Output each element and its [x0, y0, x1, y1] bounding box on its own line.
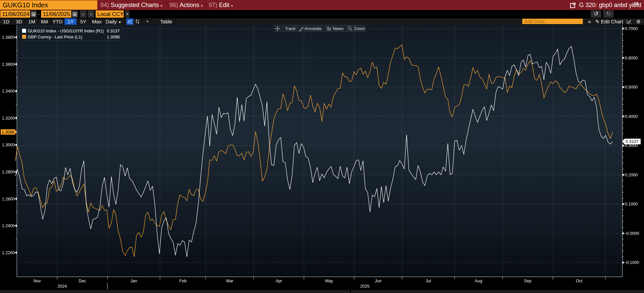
- svg-text:2025: 2025: [360, 284, 369, 289]
- svg-text:Nov: Nov: [33, 279, 41, 283]
- svg-text:1.2200: 1.2200: [2, 251, 15, 255]
- svg-text:1.2800: 1.2800: [2, 170, 15, 174]
- svg-text:0.7000: 0.7000: [625, 26, 638, 31]
- svg-text:Apr: Apr: [276, 279, 282, 283]
- svg-text:0.3137: 0.3137: [107, 29, 120, 33]
- svg-text:1.3600: 1.3600: [2, 62, 15, 67]
- svg-text:GBP Curncy - Last Price (L1): GBP Curncy - Last Price (L1): [28, 35, 82, 39]
- svg-text:1.3096: 1.3096: [107, 35, 120, 39]
- svg-text:0.1000: 0.1000: [625, 202, 638, 206]
- svg-text:0.4000: 0.4000: [625, 114, 638, 119]
- svg-text:Sep: Sep: [524, 279, 531, 283]
- svg-text:1.3800: 1.3800: [2, 35, 15, 40]
- svg-text:May: May: [325, 279, 333, 283]
- svg-text:GUKG10 Index - USGG10YR Index: GUKG10 Index - USGG10YR Index (R1): [28, 29, 104, 33]
- svg-text:0.3137: 0.3137: [626, 139, 638, 144]
- svg-text:Jan: Jan: [130, 279, 137, 283]
- svg-text:0.2000: 0.2000: [625, 173, 638, 177]
- svg-text:Aug: Aug: [475, 279, 482, 283]
- svg-text:Oct: Oct: [576, 279, 582, 283]
- svg-text:1.2600: 1.2600: [2, 197, 15, 201]
- svg-text:0.5000: 0.5000: [625, 85, 638, 90]
- svg-text:Jul: Jul: [426, 279, 431, 283]
- svg-text:Jun: Jun: [375, 279, 382, 283]
- svg-text:Track: Track: [285, 26, 296, 31]
- svg-text:Dec: Dec: [79, 279, 86, 283]
- svg-text:-0.1000: -0.1000: [625, 260, 639, 265]
- svg-text:1.3096: 1.3096: [2, 130, 14, 135]
- svg-text:Mar: Mar: [226, 279, 233, 283]
- svg-text:-0.0000: -0.0000: [625, 231, 639, 236]
- svg-text:0.6000: 0.6000: [625, 56, 638, 60]
- svg-text:Zoom: Zoom: [354, 26, 365, 31]
- svg-text:Annotate: Annotate: [304, 26, 322, 31]
- svg-text:1.3200: 1.3200: [2, 116, 15, 121]
- svg-text:1.2400: 1.2400: [2, 224, 15, 228]
- svg-text:Feb: Feb: [179, 279, 187, 283]
- svg-text:News: News: [333, 26, 344, 31]
- svg-text:2024: 2024: [58, 284, 67, 289]
- svg-text:1.3400: 1.3400: [2, 89, 15, 94]
- svg-text:1.3000: 1.3000: [2, 143, 15, 147]
